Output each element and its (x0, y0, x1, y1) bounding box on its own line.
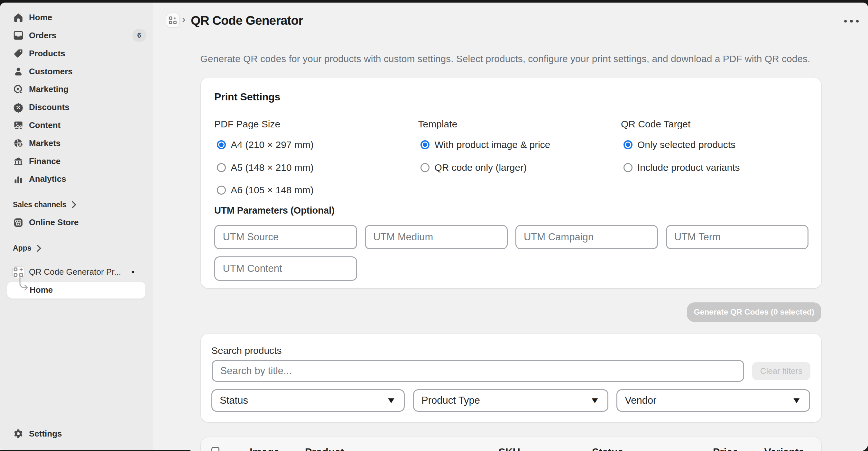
svg-text:$: $ (19, 142, 22, 147)
